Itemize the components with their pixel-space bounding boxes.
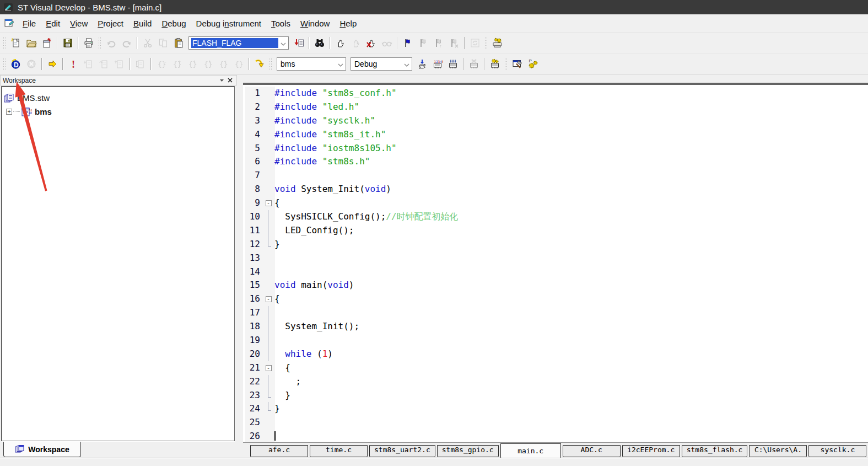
code-line-4[interactable]: 4#include "stm8s_it.h"	[243, 128, 868, 142]
code-line-8[interactable]: 8void System_Init(void)	[243, 183, 868, 196]
menu-project[interactable]: Project	[93, 17, 128, 30]
fold-collapse-box[interactable]: -	[266, 296, 272, 302]
panel-close-button[interactable]	[226, 77, 234, 84]
code-line-2[interactable]: 2#include "led.h"	[243, 100, 868, 114]
code-line-17[interactable]: 17	[243, 306, 868, 320]
code-line-13[interactable]: 13	[243, 251, 868, 265]
file-tab-stm8s-uart2.c[interactable]: stm8s_uart2.c	[369, 445, 435, 457]
code-line-7[interactable]: 7	[243, 169, 868, 183]
menu-tools[interactable]: Tools	[266, 17, 295, 30]
code-line-25[interactable]: 25	[243, 416, 868, 430]
code-line-20[interactable]: 20 while (1)	[243, 347, 868, 361]
project-settings-hammer-button[interactable]	[510, 57, 525, 71]
toolbar-grip[interactable]	[3, 36, 7, 50]
code-line-21[interactable]: 21- {	[243, 361, 868, 375]
code-line-16[interactable]: 16-{	[243, 292, 868, 306]
code-line-6[interactable]: 6#include "stm8s.h"	[243, 155, 868, 169]
panel-menu-button[interactable]	[218, 77, 226, 84]
toolbar-grip[interactable]	[3, 57, 7, 71]
compile-button[interactable]	[414, 57, 430, 71]
build-settings-button[interactable]	[487, 57, 503, 71]
chevron-down-icon[interactable]	[338, 60, 343, 68]
toolbar-grip[interactable]	[504, 57, 508, 71]
code-line-24[interactable]: 24}	[243, 402, 868, 416]
new-document-button[interactable]	[8, 36, 24, 50]
emulator-settings-button[interactable]	[490, 36, 505, 50]
print-button[interactable]	[81, 36, 96, 50]
build-button[interactable]: 12345	[430, 57, 445, 71]
tree-item-workspace-root[interactable]: BMS.stw	[4, 91, 232, 105]
main-area: Workspace BMS.stw +	[0, 74, 868, 458]
file-tab-stm8s-flash.c[interactable]: stm8s_flash.c	[682, 445, 748, 457]
code-line-3[interactable]: 3#include "sysclk.h"	[243, 114, 868, 128]
configuration-combo[interactable]: Debug	[351, 57, 412, 71]
code-line-12[interactable]: 12}	[243, 238, 868, 251]
toolbar-grip[interactable]	[269, 57, 273, 71]
svg-text:↑: ↑	[440, 44, 442, 48]
svg-text:{}: {}	[204, 60, 213, 68]
compile-icon	[417, 58, 428, 69]
file-tab-main.c[interactable]: main.c	[500, 443, 561, 458]
chevron-down-icon[interactable]	[281, 39, 286, 47]
add-watch-button[interactable]	[291, 36, 306, 50]
file-tab-sysclk.c[interactable]: sysclk.c	[808, 445, 866, 457]
tree-expander-plus[interactable]: +	[6, 109, 12, 115]
fold-collapse-box[interactable]: -	[266, 365, 272, 371]
menu-window[interactable]: Window	[295, 17, 335, 30]
file-tab-afe.c[interactable]: afe.c	[250, 445, 308, 457]
workspace-bottom-tab[interactable]: Workspace	[3, 442, 81, 457]
code-editor[interactable]: 1#include "stm8s_conf.h"2#include "led.h…	[243, 83, 868, 442]
code-line-5[interactable]: 5#include "iostm8s105.h"	[243, 142, 868, 156]
hand-gray-button	[348, 36, 364, 50]
menu-file[interactable]: File	[18, 17, 41, 30]
find-in-files-button[interactable]	[312, 36, 327, 50]
chevron-down-icon[interactable]	[404, 60, 409, 68]
code-line-22[interactable]: 22 ;	[243, 375, 868, 389]
code-line-15[interactable]: 15void main(void)	[243, 278, 868, 292]
bookmark-flag-button[interactable]	[400, 36, 416, 50]
open-workspace-button[interactable]	[39, 36, 55, 50]
code-line-9[interactable]: 9-{	[243, 196, 868, 210]
toolbar-separator	[137, 37, 138, 49]
hand-x-button[interactable]	[364, 36, 379, 50]
options-gears-button[interactable]: P	[525, 57, 541, 71]
paste-button[interactable]	[171, 36, 186, 50]
code-line-11[interactable]: 11 LED_Config();	[243, 224, 868, 238]
file-tab-adc.c[interactable]: ADC.c	[563, 445, 621, 457]
code-line-18[interactable]: 18 System_Init();	[243, 320, 868, 334]
menu-debug-instrument[interactable]: Debug instrument	[191, 17, 266, 30]
menu-build[interactable]: Build	[128, 17, 157, 30]
fold-margin-empty	[264, 416, 273, 430]
rebuild-all-button[interactable]	[445, 57, 461, 71]
code-line-26[interactable]: 26	[243, 430, 868, 442]
start-debugging-icon: D	[10, 58, 21, 69]
file-tab-time.c[interactable]: time.c	[310, 445, 368, 457]
stop-program-button[interactable]: !	[66, 57, 81, 71]
continue-arrow-button[interactable]	[45, 57, 60, 71]
menu-help[interactable]: Help	[335, 17, 362, 30]
line-number: 16	[243, 292, 264, 306]
restart-arrow-button[interactable]	[252, 57, 267, 71]
file-tab-i2ceeprom.c[interactable]: i2cEEProm.c	[622, 445, 680, 457]
tree-item-project[interactable]: + 10 01 bms	[4, 105, 232, 119]
svg-text:D: D	[14, 61, 19, 69]
menu-debug[interactable]: Debug	[157, 17, 191, 30]
find-text-combo[interactable]: FLASH_FLAG	[188, 36, 289, 50]
menu-view[interactable]: View	[65, 17, 93, 30]
project-combo[interactable]: bms	[277, 57, 346, 71]
code-line-10[interactable]: 10 SysHSICLK_Config();//时钟配置初始化	[243, 210, 868, 224]
file-tab-stm8s-gpio.c[interactable]: stm8s_gpio.c	[437, 445, 499, 457]
code-line-23[interactable]: 23 }	[243, 389, 868, 403]
toolbar-grip[interactable]	[98, 36, 102, 50]
file-tab-c-users-a.[interactable]: C:\Users\A.	[749, 445, 807, 457]
fold-collapse-box[interactable]: -	[266, 200, 272, 206]
save-button[interactable]	[60, 36, 76, 50]
toolbar-grip[interactable]	[484, 36, 488, 50]
code-line-14[interactable]: 14	[243, 265, 868, 279]
hand-button[interactable]	[333, 36, 348, 50]
code-line-19[interactable]: 19	[243, 334, 868, 347]
code-line-1[interactable]: 1#include "stm8s_conf.h"	[243, 87, 868, 100]
start-debugging-button[interactable]: D	[8, 57, 24, 71]
menu-edit[interactable]: Edit	[41, 17, 65, 30]
open-file-button[interactable]	[24, 36, 39, 50]
